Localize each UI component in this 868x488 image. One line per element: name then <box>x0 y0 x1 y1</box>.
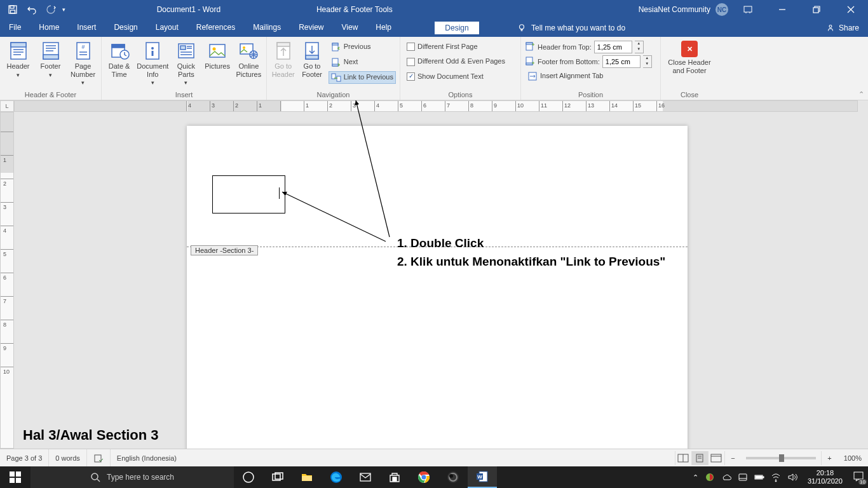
svg-rect-97 <box>756 476 762 478</box>
tab-insert[interactable]: Insert <box>68 19 105 37</box>
tab-hf-design[interactable]: Design <box>434 21 479 35</box>
status-words[interactable]: 0 words <box>49 449 87 466</box>
zoom-slider[interactable] <box>746 457 816 459</box>
avatar[interactable]: NC <box>715 3 728 16</box>
tab-file[interactable]: File <box>0 19 30 37</box>
horizontal-ruler[interactable]: 432112345678910111213141516 <box>14 100 858 112</box>
page[interactable]: Header -Section 3- <box>187 126 688 488</box>
undo-button[interactable] <box>24 2 39 17</box>
tab-help[interactable]: Help <box>367 19 400 37</box>
diff-odd-even-label: Different Odd & Even Pages <box>417 57 505 66</box>
footer-button[interactable]: Footer▾ <box>36 38 65 78</box>
footer-from-bottom-input[interactable] <box>602 55 641 68</box>
tray-overflow-icon[interactable]: ⌃ <box>693 473 698 482</box>
tab-references[interactable]: References <box>187 19 244 37</box>
taskbar-taskview[interactable] <box>263 466 292 488</box>
insert-alignment-tab-button[interactable]: Insert Alignment Tab <box>525 70 652 83</box>
view-read-mode[interactable] <box>675 451 691 465</box>
tray-app-icon[interactable] <box>705 472 715 482</box>
onedrive-icon[interactable] <box>721 472 731 482</box>
redo-button[interactable] <box>43 2 58 17</box>
previous-button[interactable]: Previous <box>329 41 396 53</box>
taskbar-word[interactable]: W <box>468 466 497 488</box>
different-odd-even-checkbox[interactable]: Different Odd & Even Pages <box>404 55 508 67</box>
svg-rect-68 <box>10 478 15 483</box>
header-from-top-input[interactable] <box>594 41 632 53</box>
start-button[interactable] <box>0 466 31 488</box>
pictures-button[interactable]: Pictures <box>204 38 231 71</box>
link-to-previous-button[interactable]: Link to Previous <box>329 71 396 84</box>
taskbar-edge[interactable] <box>322 466 351 488</box>
svg-rect-52 <box>526 43 532 44</box>
zoom-thumb[interactable] <box>779 454 784 462</box>
ruler-corner[interactable]: L <box>0 100 14 112</box>
touchpad-icon[interactable] <box>738 472 748 482</box>
view-print-layout[interactable] <box>691 451 708 465</box>
picture-icon <box>207 41 227 61</box>
header-button[interactable]: Header▾ <box>4 38 32 78</box>
quick-parts-button[interactable]: Quick Parts▾ <box>172 38 200 86</box>
group-label-close: Close <box>665 91 714 100</box>
zoom-out-button[interactable]: − <box>724 451 741 465</box>
minimize-button[interactable] <box>768 0 797 19</box>
svg-rect-25 <box>112 44 125 48</box>
status-page[interactable]: Page 3 of 3 <box>0 449 49 466</box>
status-language[interactable]: English (Indonesia) <box>111 449 183 466</box>
system-tray: ⌃ 20:18 31/10/2020 10 <box>689 469 868 485</box>
volume-icon[interactable] <box>787 472 797 482</box>
tell-me-search[interactable]: Tell me what you want to do <box>505 19 817 37</box>
svg-point-98 <box>775 480 776 482</box>
header-edit-zone[interactable] <box>187 126 688 247</box>
wifi-icon[interactable] <box>771 472 781 482</box>
spinner[interactable]: ▲▼ <box>643 55 652 68</box>
status-spellcheck[interactable] <box>87 449 111 466</box>
svg-rect-11 <box>11 43 26 47</box>
collapse-ribbon-icon[interactable]: ⌃ <box>858 90 864 98</box>
tray-notifications[interactable]: 10 <box>853 471 864 484</box>
vertical-ruler[interactable]: 12345678910 <box>0 112 14 449</box>
tab-review[interactable]: Review <box>290 19 332 37</box>
ribbon: Header▾ Footer▾ # Page Number▾ Header & … <box>0 37 868 100</box>
group-navigation: Go to Header Go to Footer Previous Next … <box>267 37 400 100</box>
tray-clock[interactable]: 20:18 31/10/2020 <box>804 469 846 485</box>
date-time-button[interactable]: Date & Time <box>105 38 133 78</box>
battery-icon[interactable] <box>754 472 764 482</box>
taskbar-store[interactable] <box>380 466 409 488</box>
group-insert: Date & Time Document Info▾ Quick Parts▾ … <box>102 37 267 100</box>
online-pictures-label: Online Pictures <box>235 62 262 78</box>
link-icon <box>331 72 341 83</box>
qat-customize-icon[interactable]: ▾ <box>62 6 65 13</box>
document-info-button[interactable]: Document Info▾ <box>137 38 168 86</box>
close-header-footer-button[interactable]: ✕ Close Header and Footer <box>665 38 714 74</box>
taskbar-explorer[interactable] <box>292 466 322 488</box>
share-button[interactable]: Share <box>817 19 868 37</box>
taskbar-search[interactable]: Type here to search <box>31 466 234 488</box>
show-document-text-checkbox[interactable]: ✓Show Document Text <box>404 71 508 83</box>
different-first-page-checkbox[interactable]: Different First Page <box>404 41 508 53</box>
tab-design[interactable]: Design <box>105 19 146 37</box>
zoom-in-button[interactable]: + <box>821 451 837 465</box>
spinner[interactable]: ▲▼ <box>635 41 644 53</box>
zoom-percent[interactable]: 100% <box>837 454 868 462</box>
page-number-button[interactable]: # Page Number▾ <box>69 38 97 86</box>
maximize-button[interactable] <box>802 0 831 19</box>
close-window-button[interactable] <box>836 0 865 19</box>
account-name[interactable]: NesiaNet Community <box>639 5 710 14</box>
online-pictures-button[interactable]: Online Pictures <box>235 38 262 78</box>
ribbon-display-button[interactable] <box>733 0 763 19</box>
tab-mailings[interactable]: Mailings <box>244 19 290 37</box>
tab-view[interactable]: View <box>333 19 367 37</box>
tab-home[interactable]: Home <box>30 19 68 37</box>
taskbar-mail[interactable] <box>351 466 380 488</box>
text-cursor <box>279 187 280 199</box>
svg-rect-3 <box>744 6 752 12</box>
goto-footer-button[interactable]: Go to Footer <box>299 38 324 78</box>
save-button[interactable] <box>5 2 20 17</box>
tab-layout[interactable]: Layout <box>147 19 187 37</box>
taskbar-obs[interactable] <box>438 466 468 488</box>
next-button[interactable]: Next <box>329 56 396 69</box>
view-web-layout[interactable] <box>708 451 724 465</box>
taskbar-chrome[interactable] <box>409 466 438 488</box>
header-textbox[interactable] <box>212 175 285 214</box>
taskbar-cortana[interactable] <box>234 466 263 488</box>
